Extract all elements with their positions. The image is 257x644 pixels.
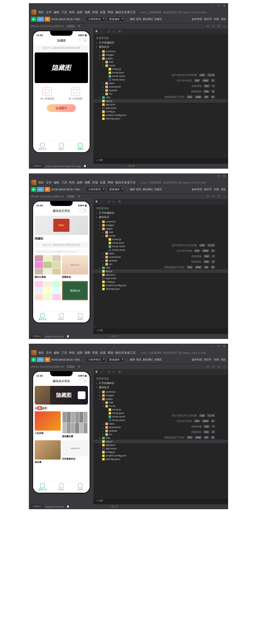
file-project-config[interactable]: project.config.json [93, 284, 228, 287]
file-home-js[interactable]: home.js [93, 238, 228, 241]
run-tab-icon[interactable]: ▷ [113, 200, 116, 203]
outline-panel[interactable]: • 大纲 [93, 328, 228, 334]
compile-target-select[interactable]: 普通编译 [107, 16, 124, 22]
maximize-button[interactable]: □ [217, 4, 220, 7]
phone-simulator[interactable]: 11:32100%▮ 趣味娱乐系统⋯⊙ 隐藏图 最热趣图 › [32, 371, 90, 493]
editor-toggle[interactable]: </> [37, 187, 44, 192]
version-mgmt-button[interactable]: 版本管理 [192, 358, 202, 361]
close-button[interactable]: ✕ [223, 4, 226, 7]
folder-home[interactable]: ▾home [93, 64, 228, 67]
preview-button[interactable]: 预览 [136, 17, 141, 21]
menu-project[interactable]: 项目 [38, 181, 44, 185]
tab-hidden[interactable]: 隐藏图 [71, 141, 90, 152]
capsule-button[interactable]: ⋯⊙ [78, 38, 88, 42]
file-sitemap[interactable]: sitemap.json [93, 117, 228, 120]
cert-preview[interactable]: 离婚证 [35, 216, 88, 235]
file-app-json[interactable]: app.json [93, 443, 228, 447]
menu-help[interactable]: 帮助 [108, 181, 113, 185]
menu-help[interactable]: 帮助 [108, 10, 113, 14]
capsule-menu-icon[interactable]: ⋯ [78, 39, 83, 42]
messages-button[interactable]: 消息 [221, 188, 226, 191]
details-button[interactable]: 详情 [214, 188, 219, 191]
close-button[interactable]: ✕ [223, 174, 226, 178]
compile-button[interactable]: 编译 [130, 188, 135, 191]
simulator-toggle[interactable]: ▶ [31, 357, 36, 362]
current-page-path[interactable]: pages/home/home [45, 335, 64, 338]
folder-common[interactable]: ▸common [93, 390, 228, 394]
copy-path-icon[interactable]: 📋 [66, 335, 69, 338]
close-button[interactable]: ✕ [223, 345, 226, 348]
menu-select[interactable]: 选择 [77, 181, 83, 185]
card-homework[interactable]: 伦敦寒假作业 代写寒假作业 [62, 440, 88, 465]
preview-button[interactable]: 预览 [136, 188, 141, 191]
menu-wx[interactable]: 微信开发者工具 [115, 10, 136, 14]
outline-panel[interactable]: • 大纲 [93, 157, 228, 164]
details-button[interactable]: 详情 [214, 358, 219, 361]
folder-images[interactable]: ▸images [93, 53, 228, 57]
editor-toggle[interactable]: </> [37, 357, 44, 362]
hot-reload-toggle[interactable]: 关 [78, 24, 80, 28]
folder-images[interactable]: ▸images [93, 223, 228, 227]
explorer-tab-icon[interactable]: 🗎 [95, 370, 99, 374]
menu-goto[interactable]: 转到 [69, 181, 75, 185]
copy-path-icon[interactable]: 📋 [66, 505, 69, 508]
compile-target-select[interactable]: 普通编译 [107, 357, 124, 362]
folder-common[interactable]: ▸common [93, 220, 228, 223]
file-config-js[interactable]: config.js [93, 450, 228, 454]
file-config-js[interactable]: config.js [93, 110, 228, 113]
folder-home[interactable]: ▾home [93, 404, 228, 408]
menu-ui[interactable]: 界面 [92, 181, 98, 185]
simulator-toggle[interactable]: ▶ [31, 187, 36, 192]
debugger-toggle[interactable]: ⚙ [45, 17, 50, 22]
folder-pages[interactable]: ▾pages [93, 57, 228, 60]
card-tattoo[interactable]: Milestone 恋爱纹身 [62, 255, 88, 280]
test-account-button[interactable]: 测试号 [204, 358, 212, 361]
card-chalkboard[interactable]: 我喜欢你 [62, 281, 88, 300]
capsule-close-icon[interactable]: ⊙ [83, 39, 88, 42]
test-account-button[interactable]: 测试号 [204, 188, 212, 191]
outline-panel[interactable]: • 大纲 [93, 498, 228, 504]
real-debug-button[interactable]: 真机调试 [143, 17, 153, 21]
branch-tab-icon[interactable]: ⎇ [107, 370, 110, 374]
card-life-goal[interactable]: 人生目标 [35, 411, 61, 439]
folder-pages[interactable]: ▾pages [93, 227, 228, 230]
compile-target-select[interactable]: 普通编译 [107, 187, 124, 192]
simulator-toggle[interactable]: ▶ [31, 17, 36, 22]
messages-button[interactable]: 消息 [221, 358, 226, 361]
menu-edit[interactable]: 编辑 [54, 351, 59, 355]
minimize-button[interactable]: − [211, 4, 214, 7]
current-page-path[interactable]: pages/home/home [45, 506, 64, 508]
menu-select[interactable]: 选择 [77, 10, 83, 14]
capsule-button[interactable]: ⋯⊙ [78, 379, 88, 383]
file-app-wxss[interactable]: app.wxss [93, 447, 228, 450]
run-tab-icon[interactable]: ▷ [113, 370, 116, 374]
menu-view[interactable]: 视图 [84, 351, 90, 355]
project-root[interactable]: ▾趣味娱乐 [93, 45, 228, 49]
menu-tools[interactable]: 工具 [61, 351, 67, 355]
explorer-tab-icon[interactable]: 🗎 [95, 30, 99, 33]
menu-ui[interactable]: 界面 [92, 10, 98, 14]
open-editors-section[interactable]: ▸打开的编辑器 [93, 211, 228, 215]
file-app-wxss[interactable]: app.wxss [93, 106, 228, 110]
editor-toggle[interactable]: </> [37, 17, 44, 22]
clear-cache-button[interactable]: 清缓存 [154, 17, 162, 21]
device-select[interactable]: iPhone 12/13 (Pro) 100% 16 [31, 25, 64, 28]
menu-goto[interactable]: 转到 [69, 351, 75, 355]
test-account-button[interactable]: 测试号 [204, 17, 212, 21]
ext-tab-icon[interactable]: ⊞ [119, 30, 122, 33]
compile-mode-select[interactable]: 小程序模式 [86, 187, 106, 192]
menu-wx[interactable]: 微信开发者工具 [115, 181, 136, 185]
current-page-path[interactable]: pages/spacial/hideimage/hideimage [45, 165, 81, 167]
menu-file[interactable]: 文件 [46, 10, 52, 14]
menu-view[interactable]: 视图 [84, 181, 90, 185]
open-editors-section[interactable]: ▸打开的编辑器 [93, 41, 228, 45]
file-app-json[interactable]: app.json [93, 103, 228, 106]
file-sitemap[interactable]: sitemap.json [93, 287, 228, 291]
card-colors[interactable] [35, 281, 61, 300]
details-button[interactable]: 详情 [214, 17, 219, 21]
project-root[interactable]: ▾趣味娱乐 [93, 385, 228, 389]
run-tab-icon[interactable]: ▷ [113, 30, 116, 33]
menu-file[interactable]: 文件 [46, 351, 52, 355]
compile-mode-select[interactable]: 小程序模式 [86, 357, 106, 362]
phone-simulator[interactable]: 11:32 100%▮ 隐藏图 ⋯⊙ 暂无广告，具体详见微信小程序运营主页面 隐… [32, 31, 90, 153]
